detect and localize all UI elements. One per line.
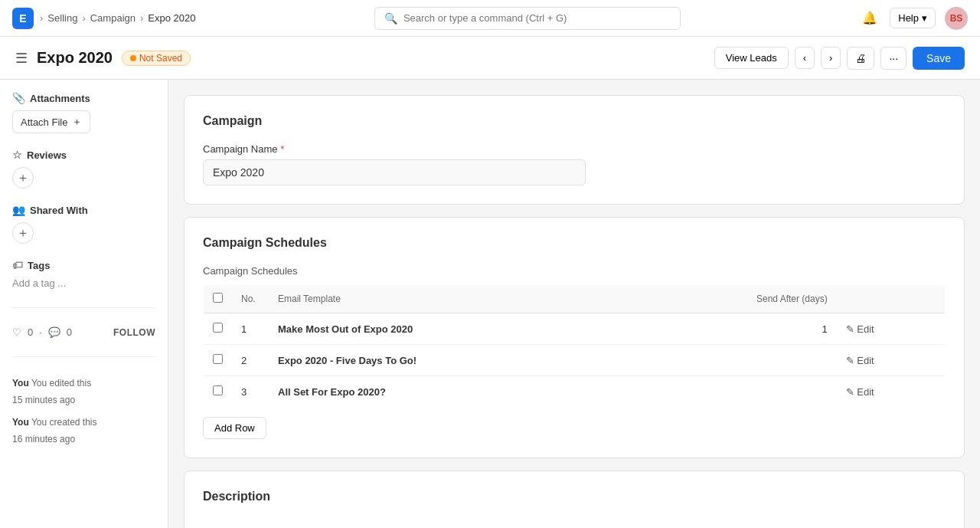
attach-file-label: Attach File (21, 116, 67, 128)
divider (12, 307, 155, 308)
campaign-card: Campaign Campaign Name * (184, 95, 965, 205)
row-checkbox-cell (204, 376, 233, 408)
th-send-after: Send After (days) (631, 285, 837, 313)
help-button[interactable]: Help ▾ (890, 8, 936, 28)
share-icon: 👥 (12, 204, 25, 216)
reviews-section: ☆ Reviews ＋ (12, 149, 155, 189)
breadcrumb-sep2: › (140, 12, 143, 24)
table-header-row: No. Email Template Send After (days) (204, 285, 946, 313)
add-row-button[interactable]: Add Row (203, 417, 266, 439)
schedules-card: Campaign Schedules Campaign Schedules No… (184, 217, 965, 458)
th-actions (837, 285, 946, 313)
row-edit-cell: ✎ Edit (837, 345, 946, 376)
row-edit-cell: ✎ Edit (837, 376, 946, 408)
row-email-template: Expo 2020 - Five Days To Go! (269, 345, 631, 376)
app-icon[interactable]: E (12, 8, 34, 29)
add-shared-button[interactable]: ＋ (12, 222, 34, 244)
select-all-checkbox[interactable] (213, 293, 223, 303)
plus-icon: ＋ (72, 115, 82, 129)
edited-you: You (12, 378, 29, 389)
search-box: 🔍 (374, 7, 681, 30)
tags-title: 🏷 Tags (12, 259, 155, 271)
not-saved-badge: Not Saved (122, 51, 191, 66)
help-label: Help (898, 12, 919, 24)
created-you: You (12, 417, 29, 428)
required-marker: * (280, 143, 284, 155)
page-title: Expo 2020 (37, 49, 113, 67)
campaign-name-group: Campaign Name * (203, 143, 946, 185)
tags-section: 🏷 Tags Add a tag ... (12, 259, 155, 289)
breadcrumb-campaign[interactable]: Campaign (90, 12, 136, 24)
avatar[interactable]: BS (945, 7, 968, 30)
description-card-title: Description (203, 490, 946, 503)
edit-link[interactable]: ✎ Edit (846, 323, 936, 335)
reviews-title: ☆ Reviews (12, 149, 155, 161)
comments-count: 0 (67, 326, 72, 338)
breadcrumb-sep1: › (82, 12, 85, 24)
row-email-template: Make Most Out of Expo 2020 (269, 313, 631, 345)
schedules-card-title: Campaign Schedules (203, 236, 946, 250)
shared-with-title: 👥 Shared With (12, 204, 155, 216)
chevron-down-icon: ▾ (922, 12, 927, 24)
table-row: 1 Make Most Out of Expo 2020 1 ✎ Edit (204, 313, 946, 345)
notifications-button[interactable]: 🔔 (859, 8, 880, 28)
row-send-after: 1 (631, 313, 837, 345)
row-edit-cell: ✎ Edit (837, 313, 946, 345)
row-checkbox[interactable] (213, 323, 223, 333)
print-button[interactable]: 🖨 (847, 47, 874, 70)
top-nav: E › Selling › Campaign › Expo 2020 🔍 🔔 H… (0, 0, 980, 37)
heart-icon: ♡ (12, 326, 21, 338)
next-button[interactable]: › (821, 47, 841, 69)
th-email-template: Email Template (269, 285, 631, 313)
search-container: 🔍 (374, 7, 681, 30)
reviews-label: Reviews (27, 149, 67, 161)
edited-line: You You edited this 15 minutes ago (12, 376, 155, 408)
breadcrumb-current: Expo 2020 (148, 12, 195, 24)
layout: 📎 Attachments Attach File ＋ ☆ Reviews ＋ … (0, 80, 980, 528)
row-checkbox-cell (204, 313, 233, 345)
campaign-name-label-text: Campaign Name (203, 143, 278, 155)
breadcrumb-icon: › (40, 12, 43, 24)
likes-count: 0 (28, 326, 33, 338)
schedules-table: No. Email Template Send After (days) 1 M… (203, 284, 946, 408)
row-no: 1 (232, 313, 269, 345)
row-no: 3 (232, 376, 269, 408)
description-card: Description (184, 471, 965, 528)
prev-button[interactable]: ‹ (795, 47, 815, 69)
row-checkbox-cell (204, 345, 233, 376)
tag-icon: 🏷 (12, 259, 23, 271)
save-button[interactable]: Save (913, 47, 965, 70)
schedules-table-label: Campaign Schedules (203, 265, 946, 277)
search-input[interactable] (403, 12, 671, 24)
not-saved-label: Not Saved (139, 53, 182, 64)
th-checkbox (204, 285, 233, 313)
add-tag-input[interactable]: Add a tag ... (12, 277, 155, 289)
th-no: No. (232, 285, 269, 313)
shared-with-label: Shared With (30, 205, 88, 216)
main-content: Campaign Campaign Name * Campaign Schedu… (168, 80, 980, 528)
created-time: 16 minutes ago (12, 434, 75, 444)
created-label: You created this (31, 417, 97, 428)
sidebar-meta: You You edited this 15 minutes ago You Y… (12, 376, 155, 448)
breadcrumb-selling[interactable]: Selling (47, 12, 77, 24)
add-review-button[interactable]: ＋ (12, 167, 34, 189)
edit-link[interactable]: ✎ Edit (846, 355, 936, 366)
nav-left: E › Selling › Campaign › Expo 2020 (12, 8, 196, 29)
not-saved-dot (130, 55, 136, 61)
row-checkbox[interactable] (213, 354, 223, 364)
view-leads-button[interactable]: View Leads (714, 47, 789, 69)
nav-right: 🔔 Help ▾ BS (859, 7, 968, 30)
divider2 (12, 356, 155, 357)
shared-with-section: 👥 Shared With ＋ (12, 204, 155, 244)
follow-button[interactable]: FOLLOW (113, 327, 155, 338)
sidebar: 📎 Attachments Attach File ＋ ☆ Reviews ＋ … (0, 80, 168, 528)
campaign-name-input[interactable] (203, 159, 586, 185)
more-options-button[interactable]: ··· (880, 47, 906, 70)
row-checkbox[interactable] (213, 385, 223, 395)
attach-file-button[interactable]: Attach File ＋ (12, 110, 90, 133)
attachments-label: Attachments (30, 93, 90, 104)
edit-link[interactable]: ✎ Edit (846, 386, 936, 398)
attachments-section: 📎 Attachments Attach File ＋ (12, 92, 155, 133)
table-row: 2 Expo 2020 - Five Days To Go! ✎ Edit (204, 345, 946, 376)
sidebar-toggle-button[interactable]: ☰ (15, 50, 28, 67)
